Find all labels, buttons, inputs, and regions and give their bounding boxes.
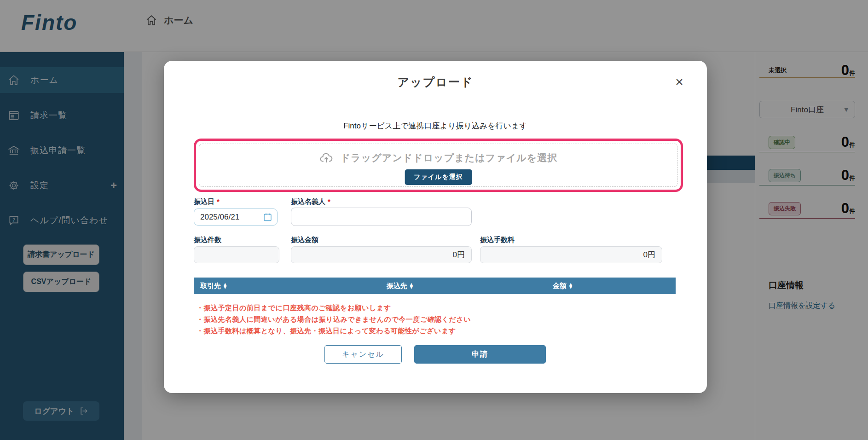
- modal-title: アップロード: [164, 75, 707, 90]
- warning-notes: ・振込予定日の前日までに口座残高のご確認をお願いします ・振込先名義人に間違いが…: [197, 302, 471, 336]
- sort-icon[interactable]: ▲▼: [224, 283, 226, 289]
- payer-name-input[interactable]: [291, 208, 472, 226]
- transfer-count-label: 振込件数: [194, 236, 221, 244]
- upload-modal: アップロード × Fintoサービス上で連携口座より振り込みを行います ドラッグ…: [164, 61, 707, 393]
- dropzone-prompt: ドラッグアンドドロップまたはファイルを選択: [196, 151, 681, 165]
- transfer-date-value: 2025/06/21: [200, 213, 239, 222]
- submit-button[interactable]: 申請: [414, 345, 546, 364]
- warning-line: ・振込先名義人に間違いがある場合は振り込みできませんので今一度ご確認ください: [197, 313, 471, 325]
- transfer-count-field: [194, 246, 279, 263]
- column-header-amount[interactable]: 金額 ▲▼: [553, 278, 572, 294]
- column-header-payee[interactable]: 振込先 ▲▼: [387, 278, 413, 294]
- warning-line: ・振込予定日の前日までに口座残高のご確認をお願いします: [197, 302, 471, 313]
- transfer-date-input[interactable]: 2025/06/21: [194, 208, 278, 226]
- modal-subtitle: Fintoサービス上で連携口座より振り込みを行います: [164, 121, 707, 131]
- transfer-amount-label: 振込金額: [291, 236, 318, 244]
- transfer-date-label: 振込日*: [194, 197, 220, 206]
- cancel-button[interactable]: キャンセル: [324, 345, 402, 364]
- column-header-partner[interactable]: 取引先 ▲▼: [200, 278, 226, 294]
- required-asterisk: *: [217, 197, 220, 205]
- transfer-amount-field: 0円: [291, 246, 472, 263]
- cloud-upload-icon: [319, 151, 333, 165]
- payer-name-label: 振込名義人*: [291, 197, 330, 206]
- transfer-fee-field: 0円: [480, 246, 662, 263]
- file-dropzone[interactable]: ドラッグアンドドロップまたはファイルを選択 ファイルを選択: [194, 139, 683, 192]
- select-file-button[interactable]: ファイルを選択: [405, 169, 472, 185]
- transfer-fee-label: 振込手数料: [480, 236, 515, 244]
- modal-table-header: 取引先 ▲▼ 振込先 ▲▼ 金額 ▲▼: [194, 278, 676, 294]
- sort-icon[interactable]: ▲▼: [569, 283, 572, 289]
- required-asterisk: *: [328, 197, 330, 205]
- dropzone-text: ドラッグアンドドロップまたはファイルを選択: [341, 151, 557, 164]
- calendar-icon[interactable]: [263, 212, 272, 222]
- sort-icon[interactable]: ▲▼: [410, 283, 413, 289]
- warning-line: ・振込手数料は概算となり、振込先・振込日によって変わる可能性がございます: [197, 325, 471, 336]
- close-icon[interactable]: ×: [671, 74, 688, 90]
